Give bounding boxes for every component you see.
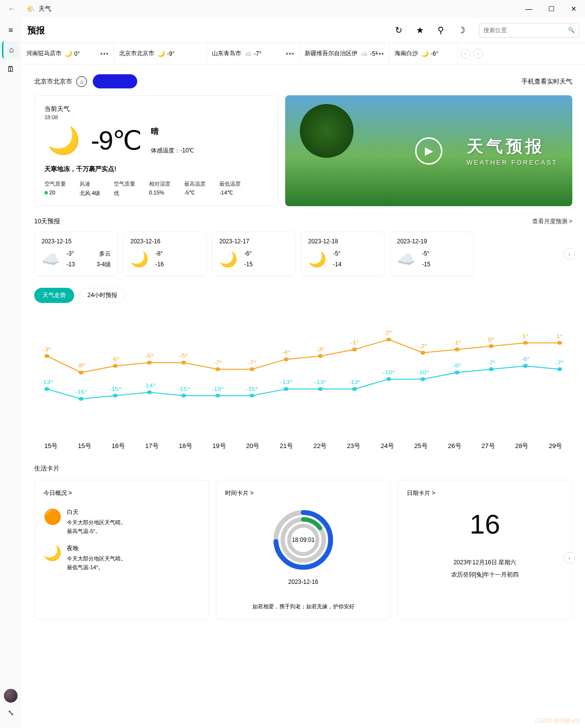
play-icon[interactable]: ▶: [415, 137, 442, 165]
city-next[interactable]: ›: [473, 49, 483, 59]
more-icon[interactable]: •••: [286, 50, 294, 58]
schedule-icon[interactable]: 🗓: [2, 61, 20, 78]
city-cell[interactable]: 山东青岛市☁️-7°•••: [207, 43, 300, 64]
svg-text:-3°: -3°: [42, 346, 51, 352]
svg-text:-15°: -15°: [177, 386, 189, 392]
metric: 最高温度-5℃: [184, 180, 206, 197]
time-header[interactable]: 时间卡片 >: [225, 489, 381, 497]
day-card[interactable]: 2023-12-18🌙-5°-14: [301, 232, 385, 276]
day-next[interactable]: ›: [564, 248, 575, 260]
home-location-icon[interactable]: ⌂: [76, 76, 87, 87]
topbar: 预报 ↻ ★ ⚲ ☽ 🔍: [21, 18, 585, 43]
svg-point-6: [147, 361, 152, 364]
trend-chart: -3°-8°-6°-5°-5°-7°-7°-4°-3°-1°2°-2°-1°0°…: [34, 310, 572, 437]
clock-time: 18:09:01: [292, 536, 315, 543]
life-next[interactable]: ›: [564, 552, 575, 564]
svg-text:-13°: -13°: [280, 380, 292, 385]
city-prev[interactable]: ‹: [460, 49, 470, 59]
day-card[interactable]: 2023-12-17🌙-6°-15: [212, 232, 296, 276]
back-button[interactable]: ←: [4, 4, 20, 13]
svg-point-10: [215, 367, 220, 371]
svg-text:-15°: -15°: [109, 386, 121, 392]
time-card: 时间卡片 > 18:09:01 2023-12-16: [216, 480, 391, 620]
watermark: CSDN @坊钦ycp: [535, 717, 580, 725]
search-box[interactable]: 🔍: [479, 23, 579, 38]
svg-point-20: [386, 338, 391, 342]
svg-text:-8°: -8°: [453, 363, 461, 369]
life-title: 生活卡片: [34, 464, 572, 473]
svg-point-18: [352, 347, 357, 351]
moon-icon: 🌙: [64, 50, 72, 57]
titlebar: ← 🌤️ 天气 — ☐ ✕: [0, 0, 585, 18]
svg-point-36: [113, 394, 118, 398]
svg-text:-10°: -10°: [417, 369, 429, 375]
day-card[interactable]: 2023-12-16🌙-8°-16: [123, 232, 207, 276]
svg-point-32: [44, 387, 49, 391]
svg-point-42: [215, 394, 220, 398]
mobile-link[interactable]: 手机查看实时天气: [522, 77, 572, 86]
video-title-cn: 天气预报: [467, 135, 558, 158]
chart-xaxis: 15号15号16号17号18号19号20号21号22号23号24号25号26号2…: [34, 442, 572, 450]
svg-text:-6°: -6°: [521, 357, 530, 363]
city-cell[interactable]: 海南白沙🌙-6°: [390, 43, 458, 64]
forecast-video[interactable]: 天气预报 WEATHER FORECAST ▶: [285, 95, 572, 206]
date-header[interactable]: 日期卡片 >: [407, 489, 563, 497]
svg-text:2°: 2°: [385, 330, 392, 336]
svg-point-28: [523, 341, 528, 345]
pin-icon[interactable]: ⚲: [438, 25, 444, 36]
metric: 相对湿度0.15%: [149, 180, 170, 197]
maximize-button[interactable]: ☐: [540, 0, 563, 18]
home-icon[interactable]: ⌂: [2, 41, 20, 59]
alert-badge[interactable]: 大风·蓝色: [93, 74, 137, 88]
current-header: 当前天气: [44, 105, 268, 113]
date-line1: 2023年12月16日 星期六: [407, 558, 563, 567]
svg-point-24: [455, 347, 460, 351]
svg-text:-7°: -7°: [555, 360, 564, 365]
theme-icon[interactable]: ☽: [458, 25, 465, 36]
search-input[interactable]: [483, 27, 568, 34]
expand-icon[interactable]: ⤡: [4, 708, 18, 722]
city-cell[interactable]: 北京市北京市🌙-9°: [114, 43, 207, 64]
close-button[interactable]: ✕: [563, 0, 585, 18]
ten-day-title: 10天预报: [34, 217, 60, 226]
moon-icon: 🌙: [157, 50, 165, 57]
svg-text:-5°: -5°: [179, 353, 188, 359]
date-line2: 农历癸卯[兔]年十一月初四: [407, 571, 563, 579]
menu-icon[interactable]: ≡: [2, 21, 20, 39]
day-card[interactable]: 2023-12-15☁️-3°-13多云3-4级: [34, 232, 118, 276]
svg-text:-13°: -13°: [348, 380, 360, 385]
clock-ring: 18:09:01: [272, 508, 335, 572]
svg-point-52: [386, 377, 391, 381]
svg-point-44: [250, 394, 254, 398]
slogan: 天寒地冻，千万裹严实点!: [44, 165, 268, 173]
current-weather-card: 当前天气 18:08 🌙 -9℃ 晴 体感温度：-10℃ 天寒地冻，千万裹严实点…: [34, 95, 278, 206]
svg-text:-14°: -14°: [143, 383, 155, 388]
more-icon[interactable]: •••: [376, 50, 384, 58]
star-icon[interactable]: ★: [416, 25, 424, 36]
svg-text:1°: 1°: [522, 333, 528, 339]
refresh-icon[interactable]: ↻: [395, 25, 402, 36]
more-icon[interactable]: •••: [100, 50, 109, 58]
tab-hourly[interactable]: 24小时预报: [79, 288, 125, 303]
day-strip: 2023-12-15☁️-3°-13多云3-4级2023-12-16🌙-8°-1…: [34, 232, 572, 276]
monthly-link[interactable]: 查看月度预测 >: [532, 217, 572, 226]
svg-point-58: [489, 367, 494, 371]
svg-text:-7°: -7°: [248, 360, 256, 365]
city-cell[interactable]: 新疆维吾尔自治区伊☁️-5°•••: [300, 43, 390, 64]
svg-point-2: [79, 371, 84, 375]
current-time: 18:08: [44, 114, 268, 120]
app-title: 天气: [39, 4, 51, 13]
minimize-button[interactable]: —: [518, 0, 540, 18]
city-cell[interactable]: 河南驻马店市🌙0°•••: [21, 43, 114, 64]
svg-point-50: [352, 387, 357, 391]
svg-text:-15°: -15°: [246, 386, 258, 392]
svg-point-54: [420, 377, 425, 381]
tab-trend[interactable]: 天气走势: [34, 288, 74, 303]
avatar[interactable]: [4, 689, 18, 703]
overview-header[interactable]: 今日概况 >: [43, 489, 200, 497]
time-date: 2023-12-16: [225, 578, 381, 585]
svg-text:-16°: -16°: [75, 389, 87, 395]
svg-point-30: [557, 341, 562, 345]
location-name: 北京市北京市: [34, 77, 72, 86]
day-card[interactable]: 2023-12-19☁️-5°-15: [390, 232, 474, 276]
